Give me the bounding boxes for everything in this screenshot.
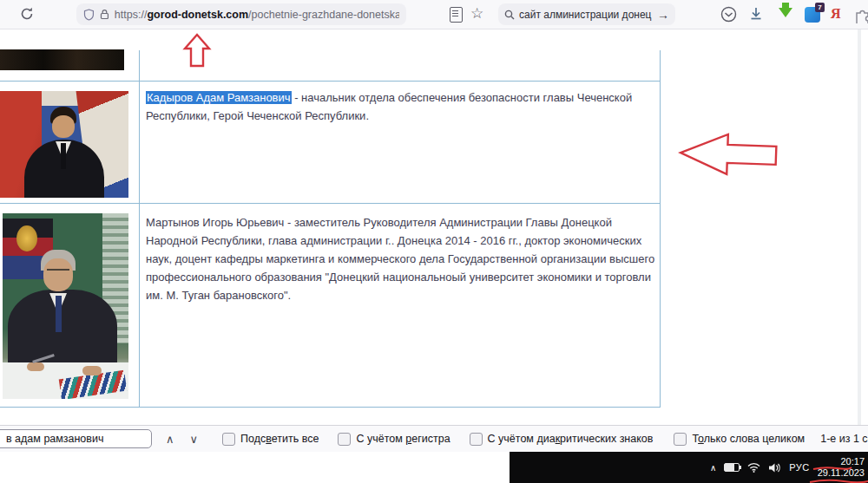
annotation-left-arrow [676, 127, 784, 184]
screenshot-root: https://gorod-donetsk.com/pochetnie-graz… [0, 0, 868, 483]
match-count-status: 1-е из 1 совпадения [820, 433, 868, 445]
highlight-all-checkbox[interactable] [222, 433, 235, 446]
table-border-vertical-left [139, 50, 140, 408]
martynov-photo [3, 213, 128, 399]
extensions-puzzle-icon[interactable] [855, 6, 868, 23]
browser-toolbar: https://gorod-donetsk.com/pochetnie-graz… [0, 0, 868, 29]
url-domain: gorod-donetsk.com [147, 9, 248, 21]
match-case-label: С учётом регистра [356, 433, 450, 445]
martynov-line1: Мартынов Игорь Юрьевич - заместитель Рук… [146, 213, 660, 232]
annotation-up-arrow [178, 33, 216, 69]
whole-words-checkbox[interactable] [674, 433, 687, 446]
wifi-icon[interactable] [747, 462, 760, 473]
martynov-line4: профессионального образования "Донецкий … [146, 268, 660, 286]
speaker-icon[interactable] [768, 462, 781, 473]
reader-mode-icon[interactable] [450, 7, 463, 23]
martynov-line3: наук, доцент кафедры маркетинга и коммер… [146, 250, 660, 268]
find-input[interactable] [0, 429, 152, 448]
reload-icon[interactable] [19, 6, 35, 22]
highlight-all-option[interactable]: Подсветить все [222, 433, 319, 446]
kadyrov-photo [0, 91, 128, 198]
search-icon [504, 10, 515, 20]
table-border-vertical-right [660, 50, 661, 408]
highlight-all-label: Подсветить все [240, 433, 319, 445]
battery-icon[interactable] [724, 463, 740, 472]
martynov-text: Мартынов Игорь Юрьевич - заместитель Рук… [146, 213, 660, 304]
partial-photo-above [0, 49, 124, 70]
find-next-button[interactable]: ∨ [188, 433, 201, 446]
martynov-line2: Народной Республики, глава администрации… [146, 232, 660, 250]
martynov-line5: им. М. Туган барановского". [146, 286, 660, 304]
bottom-strip: ∧ РУС 20:17 29.11.2023 [0, 452, 868, 483]
yandex-extension-icon[interactable]: Я [831, 7, 841, 21]
match-diacritics-checkbox[interactable] [470, 433, 483, 446]
find-highlight: Кадыров Адам Рамзанович [146, 91, 292, 104]
url-text[interactable]: https://gorod-donetsk.com/pochetnie-graz… [115, 9, 399, 21]
match-case-option[interactable]: С учётом регистра [338, 433, 450, 446]
pocket-icon[interactable] [720, 6, 737, 23]
extension-badge: 7 [815, 3, 825, 12]
search-go-arrow-icon[interactable]: → [657, 8, 669, 22]
table-border-row2 [0, 203, 661, 204]
kadyrov-line2: Республики, Герой Чеченской Республики. [146, 107, 658, 125]
kadyrov-text: Кадыров Адам Рамзанович - начальник отде… [146, 88, 658, 125]
annotation-underline-date [809, 478, 868, 483]
match-diacritics-option[interactable]: С учётом диакритических знаков [470, 433, 654, 446]
find-bar: ∧ ∨ Подсветить все С учётом регистра С у… [0, 425, 868, 454]
url-bar[interactable]: https://gorod-donetsk.com/pochetnie-graz… [76, 3, 406, 25]
annotation-underline-time [812, 466, 852, 471]
table-border-row1 [0, 81, 661, 82]
kadyrov-line1: - начальник отдела обеспечения безопасно… [292, 91, 633, 104]
whole-words-label: Только слова целиком [692, 433, 805, 445]
search-box[interactable]: сайт алминистрации донец → [498, 3, 675, 25]
whole-words-option[interactable]: Только слова целиком [674, 433, 805, 446]
language-indicator[interactable]: РУС [789, 462, 810, 473]
downloads-icon[interactable] [748, 6, 764, 23]
url-scheme: https:// [115, 9, 148, 21]
tracking-shield-icon[interactable] [83, 9, 95, 21]
bookmark-star-icon[interactable]: ☆ [470, 6, 483, 21]
lock-icon[interactable] [100, 9, 109, 20]
match-case-checkbox[interactable] [338, 433, 351, 446]
windows-taskbar: ∧ РУС 20:17 29.11.2023 [510, 452, 868, 483]
vpn-extension-icon[interactable]: 7 [805, 7, 820, 23]
url-path: /pochetnie-grazhdane-donetska [248, 9, 399, 21]
find-previous-button[interactable]: ∧ [164, 433, 176, 446]
tray-chevron-icon[interactable]: ∧ [710, 463, 716, 473]
taskbar-clock[interactable]: 20:17 29.11.2023 [818, 456, 866, 479]
savefrom-extension-icon[interactable] [779, 8, 792, 17]
scrollbar[interactable] [858, 29, 861, 425]
match-diacritics-label: С учётом диакритических знаков [488, 433, 654, 445]
search-query-text[interactable]: сайт алминистрации донец [519, 9, 653, 21]
table-border-bottom [0, 407, 661, 408]
